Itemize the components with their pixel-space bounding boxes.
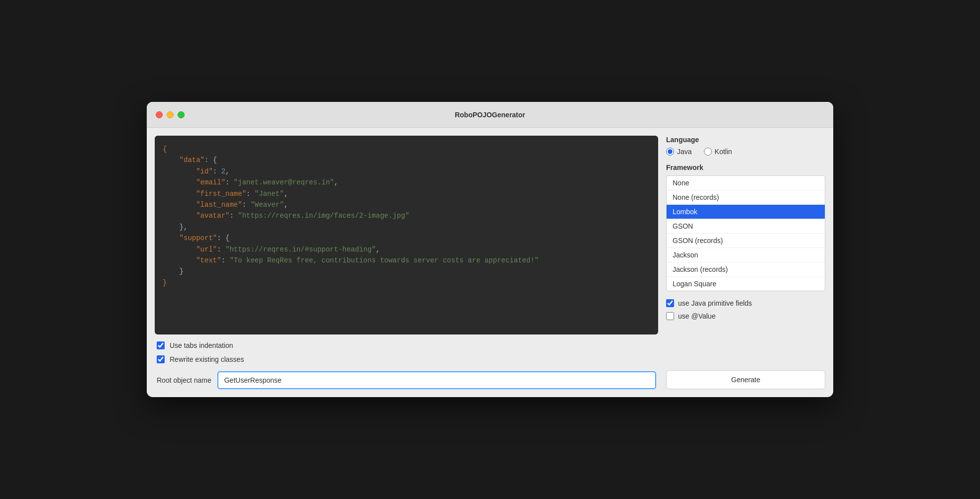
code-line: }, <box>163 222 650 233</box>
code-line: "email": "janet.weaver@reqres.in", <box>163 177 650 188</box>
language-label: Language <box>666 136 825 144</box>
framework-label: Framework <box>666 164 825 171</box>
use-tabs-row: Use tabs indentation <box>157 341 656 349</box>
window-title: RoboPOJOGenerator <box>455 111 525 119</box>
code-line: "last_name": "Weaver", <box>163 199 650 210</box>
language-section: Language Java Kotlin <box>666 136 825 156</box>
rewrite-classes-checkbox[interactable] <box>157 355 165 363</box>
code-line: "avatar": "https://reqres.in/img/faces/2… <box>163 210 650 221</box>
framework-item-gson-records[interactable]: GSON (records) <box>667 234 825 248</box>
code-line: "text": "To keep ReqRes free, contributi… <box>163 255 650 266</box>
use-primitive-checkbox[interactable] <box>666 299 674 307</box>
framework-item-gson[interactable]: GSON <box>667 219 825 234</box>
title-bar: RoboPOJOGenerator <box>147 102 833 128</box>
generate-button[interactable]: Generate <box>666 370 825 389</box>
kotlin-option[interactable]: Kotlin <box>704 148 732 156</box>
code-line: "url": "https://reqres.in/#support-headi… <box>163 244 650 255</box>
java-option[interactable]: Java <box>666 148 692 156</box>
java-label: Java <box>677 148 692 156</box>
checkboxes-section: use Java primitive fields use @Value <box>666 299 825 320</box>
editor-panel: { "data": { "id": 2, "email": "janet.wea… <box>155 136 658 389</box>
code-line: "support": { <box>163 233 650 244</box>
traffic-lights <box>156 111 185 118</box>
code-line: { <box>163 144 650 155</box>
framework-section: Framework None None (records) Lombok GSO… <box>666 164 825 291</box>
rewrite-classes-label: Rewrite existing classes <box>170 355 244 363</box>
rewrite-classes-row: Rewrite existing classes <box>157 355 656 363</box>
kotlin-label: Kotlin <box>715 148 732 156</box>
root-object-row: Root object name <box>157 371 656 389</box>
framework-item-lombok[interactable]: Lombok <box>667 205 825 219</box>
main-window: RoboPOJOGenerator { "data": { "id": 2, "… <box>147 102 833 397</box>
use-value-label: use @Value <box>678 312 715 320</box>
minimize-button[interactable] <box>167 111 174 118</box>
right-panel-inner: Language Java Kotlin <box>666 136 825 389</box>
right-panel: Language Java Kotlin <box>666 136 825 389</box>
framework-item-logan-square[interactable]: Logan Square <box>667 277 825 291</box>
java-radio[interactable] <box>666 148 674 156</box>
framework-list: None None (records) Lombok GSON GSON (re… <box>666 175 825 291</box>
code-line: "data": { <box>163 155 650 166</box>
language-radio-row: Java Kotlin <box>666 148 825 156</box>
framework-item-jackson[interactable]: Jackson <box>667 248 825 262</box>
main-area: { "data": { "id": 2, "email": "janet.wea… <box>155 136 825 389</box>
maximize-button[interactable] <box>178 111 185 118</box>
framework-item-jackson-records[interactable]: Jackson (records) <box>667 262 825 277</box>
code-line: "first_name": "Janet", <box>163 188 650 199</box>
code-line: } <box>163 266 650 277</box>
options-bar: Use tabs indentation Rewrite existing cl… <box>155 341 658 389</box>
framework-item-none[interactable]: None <box>667 176 825 190</box>
code-line: } <box>163 277 650 288</box>
kotlin-radio[interactable] <box>704 148 712 156</box>
use-value-row: use @Value <box>666 312 825 320</box>
use-primitive-row: use Java primitive fields <box>666 299 825 307</box>
use-value-checkbox[interactable] <box>666 312 674 320</box>
framework-item-none-records[interactable]: None (records) <box>667 190 825 205</box>
close-button[interactable] <box>156 111 163 118</box>
use-tabs-checkbox[interactable] <box>157 341 165 349</box>
code-editor[interactable]: { "data": { "id": 2, "email": "janet.wea… <box>155 136 658 334</box>
window-content: { "data": { "id": 2, "email": "janet.wea… <box>147 128 833 397</box>
root-object-input[interactable] <box>217 371 656 389</box>
code-line: "id": 2, <box>163 166 650 177</box>
use-tabs-label: Use tabs indentation <box>170 341 233 349</box>
root-object-label: Root object name <box>157 376 211 384</box>
use-primitive-label: use Java primitive fields <box>678 299 752 307</box>
spacer <box>666 328 825 370</box>
